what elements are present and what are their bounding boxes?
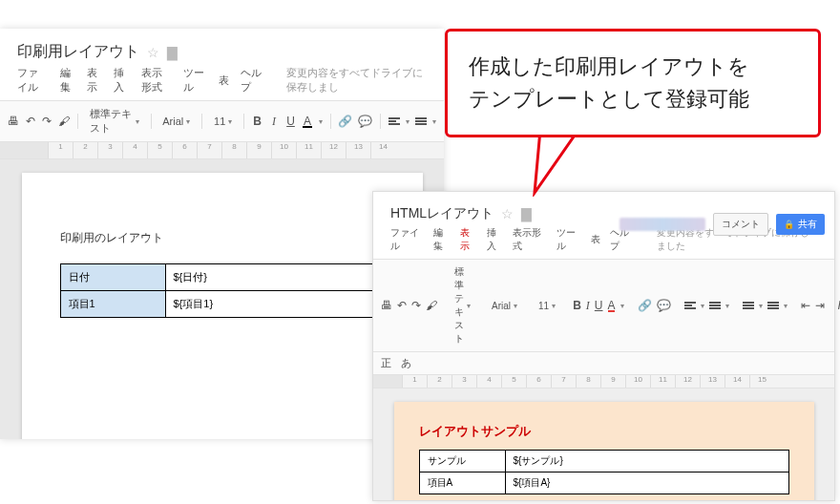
chevron-down-icon[interactable]: ▾ [725,302,729,310]
titlebar: 印刷用レイアウト ☆ ▇ [0,29,444,64]
menu-tools[interactable]: ツール [556,226,582,253]
underline-button[interactable]: U [595,298,603,313]
outdent-icon[interactable]: ⇤ [801,298,810,313]
italic-button[interactable]: I [586,298,590,313]
print-icon[interactable]: 🖶 [381,298,392,313]
menu-format[interactable]: 表示形式 [513,226,546,253]
menu-view[interactable]: 表示 [87,66,102,94]
indent-icon[interactable]: ⇥ [815,298,825,313]
table-row: 項目A ${項目A} [419,472,788,494]
bold-button[interactable]: B [252,114,262,129]
menu-tools[interactable]: ツール [183,66,206,94]
font-dropdown[interactable]: Arial ▾ [158,114,194,129]
undo-icon[interactable]: ↶ [397,298,407,313]
ruler-tick: 7 [197,142,221,158]
star-icon[interactable]: ☆ [501,206,514,221]
document-page[interactable]: レイアウトサンプル サンプル ${サンプル} 項目A ${項目A} 1 ${項目… [394,402,814,500]
comment-icon[interactable]: 💬 [657,298,671,313]
underline-button[interactable]: U [285,114,296,129]
table-row: サンプル ${サンプル} [419,451,788,472]
style-dropdown[interactable]: 標準テキスト ▾ [86,105,143,137]
share-button[interactable]: 🔒 共有 [776,214,825,235]
menu-edit[interactable]: 編集 [60,66,75,94]
menu-view[interactable]: 表示 [460,226,477,253]
menu-help[interactable]: ヘルプ [241,66,263,94]
layout-table[interactable]: 日付 ${日付} 項目1 ${項目1} [60,263,385,318]
chevron-down-icon: ▾ [467,302,471,310]
ruler-tick: 5 [501,375,526,388]
user-account-blurred[interactable] [620,218,705,231]
lock-icon: 🔒 [784,220,794,229]
redo-icon[interactable]: ↷ [41,114,52,129]
cell-value[interactable]: ${日付} [165,264,384,291]
chevron-down-icon[interactable]: ▾ [620,302,624,310]
ime-mode-a[interactable]: 正 [381,356,391,370]
ruler-ticks: 1 2 3 4 5 6 7 8 9 10 11 12 13 14 [48,142,444,158]
print-icon[interactable]: 🖶 [8,114,19,129]
callout-line2: テンプレートとして登録可能 [469,83,797,116]
bulleted-list-icon[interactable] [767,298,779,313]
layout-table-a[interactable]: サンプル ${サンプル} 項目A ${項目A} [419,450,789,494]
menu-file[interactable]: ファイル [17,66,49,94]
chevron-down-icon[interactable]: ▾ [784,302,788,310]
style-dropdown[interactable]: 標準テキスト ▾ [451,263,474,347]
folder-icon[interactable]: ▇ [167,45,178,60]
redo-icon[interactable]: ↷ [411,298,421,313]
text-color-button[interactable]: A [302,114,312,129]
font-dropdown[interactable]: Arial ▾ [488,299,521,313]
cell-key[interactable]: 日付 [60,264,165,291]
ruler-tick: 4 [122,142,147,158]
undo-icon[interactable]: ↶ [25,114,35,129]
cell-value[interactable]: ${項目A} [505,472,788,494]
page-heading[interactable]: 印刷用のレイアウト [60,230,385,246]
text-color-button[interactable]: A [607,298,615,313]
menu-file[interactable]: ファイル [390,226,424,253]
bold-button[interactable]: B [573,298,581,313]
document-title[interactable]: HTMLレイアウト [390,205,494,222]
table-row: 日付 ${日付} [60,264,384,291]
ruler[interactable]: 1 2 3 4 5 6 7 8 9 10 11 12 13 14 15 [373,375,834,388]
paint-format-icon[interactable]: 🖌 [58,114,70,129]
cell-value[interactable]: ${項目1} [165,291,384,318]
cell-key[interactable]: サンプル [419,451,505,472]
page-heading[interactable]: レイアウトサンプル [419,423,789,440]
comment-icon[interactable]: 💬 [358,114,372,129]
menu-table[interactable]: 表 [219,74,229,88]
chevron-down-icon[interactable]: ▾ [432,117,436,126]
link-icon[interactable]: 🔗 [338,114,352,129]
ruler-tick: 9 [246,142,271,158]
ime-mode-b[interactable]: あ [401,356,411,370]
ruler-tick: 2 [427,375,452,388]
ruler-tick: 1 [402,375,427,388]
menu-insert[interactable]: 挿入 [114,66,129,94]
chevron-down-icon[interactable]: ▾ [701,302,704,310]
paint-format-icon[interactable]: 🖌 [426,298,437,313]
chevron-down-icon[interactable]: ▾ [759,302,763,310]
document-title[interactable]: 印刷用レイアウト [17,42,139,62]
menu-table[interactable]: 表 [591,233,600,246]
menu-format[interactable]: 表示形式 [141,66,173,94]
fontsize-dropdown[interactable]: 11 ▾ [210,114,236,129]
folder-icon[interactable]: ▇ [521,206,532,221]
numbered-list-icon[interactable] [743,298,754,313]
star-icon[interactable]: ☆ [147,45,159,60]
comment-button[interactable]: コメント [713,213,768,236]
document-page[interactable]: 印刷用のレイアウト 日付 ${日付} 項目1 ${項目1} [22,173,423,439]
italic-button[interactable]: I [268,114,279,129]
line-spacing-icon[interactable] [415,114,427,129]
link-icon[interactable]: 🔗 [638,298,652,313]
cell-key[interactable]: 項目1 [60,291,165,318]
menu-insert[interactable]: 挿入 [487,226,504,253]
line-spacing-icon[interactable] [709,298,721,313]
separator [243,114,244,129]
page-area[interactable]: レイアウトサンプル サンプル ${サンプル} 項目A ${項目A} 1 ${項目… [373,388,834,500]
align-left-icon[interactable] [684,298,696,313]
align-left-icon[interactable] [388,114,400,129]
ruler[interactable]: 1 2 3 4 5 6 7 8 9 10 11 12 13 14 [0,142,444,159]
fontsize-dropdown[interactable]: 11 ▾ [535,299,559,313]
cell-value[interactable]: ${サンプル} [505,451,788,472]
chevron-down-icon[interactable]: ▾ [319,117,323,126]
chevron-down-icon[interactable]: ▾ [406,117,410,126]
cell-key[interactable]: 項目A [419,472,505,494]
menu-edit[interactable]: 編集 [433,226,451,253]
